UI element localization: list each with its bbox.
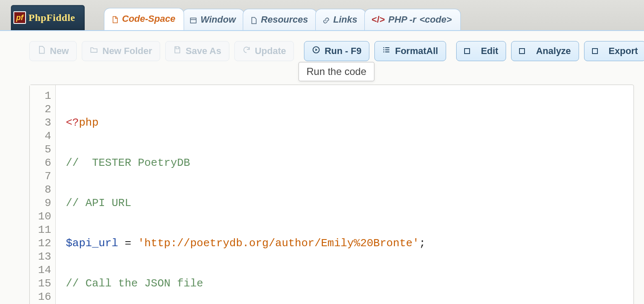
code-content[interactable]: <?php // TESTER PoetryDB // API URL $api… (56, 85, 426, 304)
tab-label: Resources (261, 14, 308, 25)
new-button[interactable]: New (29, 41, 77, 61)
square-icon (519, 48, 525, 54)
tab-label: Links (333, 14, 357, 25)
button-label: New Folder (102, 46, 152, 57)
tab-window[interactable]: Window (182, 9, 244, 30)
window-icon (190, 16, 197, 23)
tab-links[interactable]: Links (315, 9, 366, 30)
tab-row: Code-Space Window Resources Links </>PHP… (104, 8, 459, 30)
toolbar: New New Folder Save As Update Run - F9 F… (0, 31, 644, 64)
link-icon (322, 16, 330, 23)
new-folder-button[interactable]: New Folder (82, 41, 160, 61)
tab-resources[interactable]: Resources (243, 9, 317, 30)
code-angle-icon: </> (371, 14, 385, 25)
button-label: Analyze (536, 46, 571, 57)
tab-label: Code-Space (122, 13, 175, 24)
svg-point-7 (383, 49, 384, 51)
run-tooltip: Run the code (299, 62, 374, 81)
logo-text: PhpFiddle (29, 12, 75, 23)
svg-point-6 (383, 47, 384, 49)
top-strip: pf PhpFiddle Code-Space Window Resources (0, 0, 644, 31)
tab-php-r-code[interactable]: </>PHP -r <code> (364, 9, 460, 30)
square-icon (592, 48, 598, 54)
square-icon (464, 48, 470, 54)
list-icon (382, 46, 391, 57)
refresh-icon (242, 46, 251, 57)
button-label: Update (255, 46, 286, 57)
button-label: Export (609, 46, 638, 57)
button-label: Edit (481, 46, 499, 57)
export-button[interactable]: Export (584, 41, 644, 61)
button-label: Run - F9 (325, 46, 361, 57)
logo[interactable]: pf PhpFiddle (11, 5, 85, 30)
logo-badge-icon: pf (13, 11, 26, 24)
save-icon (173, 46, 182, 57)
file-icon (37, 46, 46, 57)
code-editor[interactable]: 1234 5678 9101112 13141516 <?php // TEST… (29, 85, 634, 304)
page-icon (250, 16, 257, 23)
button-label: Save As (186, 46, 221, 57)
save-as-button[interactable]: Save As (165, 41, 229, 61)
folder-icon (90, 46, 98, 57)
edit-button[interactable]: Edit (456, 41, 506, 61)
document-icon (111, 15, 119, 23)
run-button[interactable]: Run - F9 (304, 41, 369, 61)
format-all-button[interactable]: FormatAll (374, 41, 446, 61)
svg-point-8 (383, 52, 384, 53)
analyze-button[interactable]: Analyze (511, 41, 579, 61)
button-label: New (50, 46, 69, 57)
line-gutter: 1234 5678 9101112 13141516 (30, 85, 56, 304)
svg-rect-0 (190, 18, 196, 23)
update-button[interactable]: Update (234, 41, 294, 61)
tab-label: Window (200, 14, 236, 25)
button-label: FormatAll (395, 46, 438, 57)
play-icon (312, 46, 320, 57)
tab-code-space[interactable]: Code-Space (104, 8, 184, 30)
